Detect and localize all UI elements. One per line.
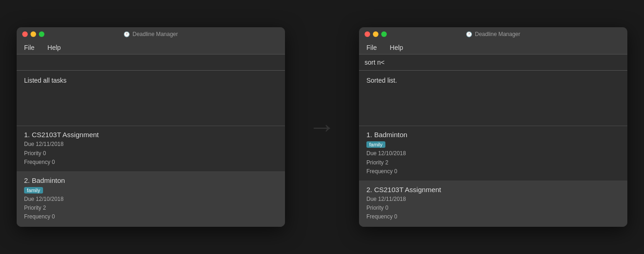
left-window: 🕐 Deadline Manager File Help Listed all … [17, 27, 285, 226]
right-task-1-meta: Due 12/10/2018 Priority 2 Frequency 0 [366, 149, 620, 176]
left-minimize-button[interactable] [31, 31, 36, 37]
right-task-1-due: Due 12/10/2018 [366, 149, 620, 158]
scene: 🕐 Deadline Manager File Help Listed all … [7, 18, 637, 236]
left-title-bar: 🕐 Deadline Manager [17, 27, 285, 41]
left-help-menu[interactable]: Help [46, 43, 63, 52]
right-window-title: 🕐 Deadline Manager [466, 31, 520, 37]
left-clock-icon: 🕐 [124, 31, 130, 37]
left-output-text: Listed all tasks [24, 77, 67, 84]
right-task-1-tag: family [366, 141, 385, 148]
left-menu-bar: File Help [17, 41, 285, 54]
left-file-menu[interactable]: File [22, 43, 37, 52]
right-menu-bar: File Help [359, 41, 627, 54]
right-task-2-due: Due 12/11/2018 [366, 195, 620, 204]
right-output-text: Sorted list. [366, 77, 397, 84]
right-command-input[interactable] [365, 59, 622, 66]
left-input-area [17, 54, 285, 71]
right-minimize-button[interactable] [373, 31, 378, 37]
right-output-area: Sorted list. [359, 71, 627, 126]
right-task-1-frequency: Frequency 0 [366, 167, 620, 176]
right-maximize-button[interactable] [381, 31, 387, 37]
left-task-2-title: 2. Badminton [24, 176, 278, 184]
right-task-item-1: 1. Badminton family Due 12/10/2018 Prior… [359, 126, 627, 181]
left-task-2-tag: family [24, 187, 43, 194]
right-task-2-title: 2. CS2103T Assignment [366, 186, 620, 194]
left-task-1-priority: Priority 0 [24, 149, 278, 158]
right-traffic-lights [365, 31, 387, 37]
arrow-container: → [303, 113, 341, 141]
left-task-2-due: Due 12/10/2018 [24, 195, 278, 204]
left-task-1-title: 1. CS2103T Assignment [24, 131, 278, 139]
left-traffic-lights [22, 31, 44, 37]
right-task-2-meta: Due 12/11/2018 Priority 0 Frequency 0 [366, 195, 620, 222]
right-input-area [359, 54, 627, 71]
left-task-2-frequency: Frequency 0 [24, 212, 278, 221]
left-maximize-button[interactable] [39, 31, 44, 37]
right-clock-icon: 🕐 [466, 31, 472, 37]
right-task-item-2: 2. CS2103T Assignment Due 12/11/2018 Pri… [359, 181, 627, 227]
right-task-2-frequency: Frequency 0 [366, 212, 620, 221]
right-window: 🕐 Deadline Manager File Help Sorted list… [359, 27, 627, 226]
left-window-title: 🕐 Deadline Manager [124, 31, 178, 37]
left-task-2-meta: Due 12/10/2018 Priority 2 Frequency 0 [24, 195, 278, 222]
right-title-bar: 🕐 Deadline Manager [359, 27, 627, 41]
left-close-button[interactable] [22, 31, 28, 37]
right-task-1-title: 1. Badminton [366, 131, 620, 139]
left-task-1-meta: Due 12/11/2018 Priority 0 Frequency 0 [24, 140, 278, 167]
left-task-2-priority: Priority 2 [24, 204, 278, 212]
left-task-1-due: Due 12/11/2018 [24, 140, 278, 149]
left-task-item-2: 2. Badminton family Due 12/10/2018 Prior… [17, 172, 285, 227]
left-output-area: Listed all tasks [17, 71, 285, 126]
right-task-2-priority: Priority 0 [366, 204, 620, 212]
right-tasks-area: 1. Badminton family Due 12/10/2018 Prior… [359, 126, 627, 226]
right-file-menu[interactable]: File [365, 43, 379, 52]
right-task-1-priority: Priority 2 [366, 158, 620, 167]
right-help-menu[interactable]: Help [388, 43, 405, 52]
left-tasks-area: 1. CS2103T Assignment Due 12/11/2018 Pri… [17, 126, 285, 226]
left-task-item-1: 1. CS2103T Assignment Due 12/11/2018 Pri… [17, 126, 285, 172]
right-close-button[interactable] [365, 31, 370, 37]
left-command-input[interactable] [22, 59, 279, 66]
left-task-1-frequency: Frequency 0 [24, 158, 278, 167]
arrow-icon: → [308, 113, 336, 141]
